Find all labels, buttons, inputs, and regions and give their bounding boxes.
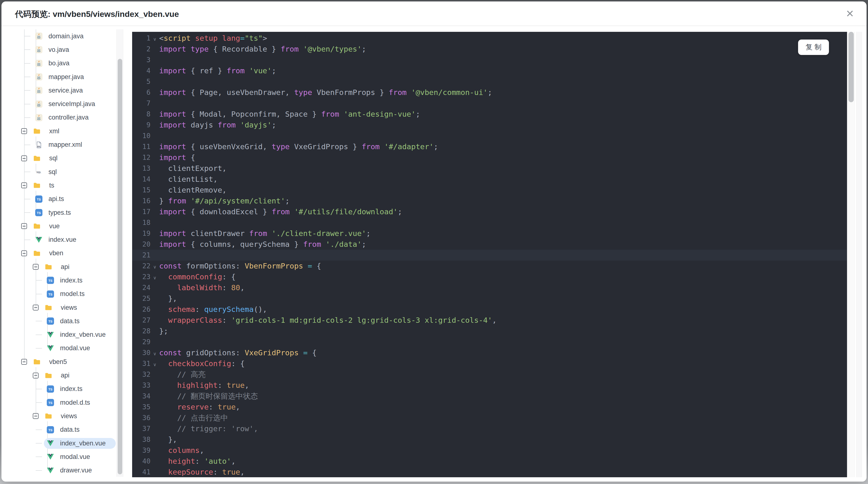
tree-folder-xml[interactable]: xml: [1, 124, 129, 138]
tree-item[interactable]: modal.vue: [44, 451, 100, 462]
tree-file-model-d-ts[interactable]: TSmodel.d.ts: [1, 396, 129, 409]
collapse-expander-icon[interactable]: [33, 413, 38, 419]
tree-folder-api[interactable]: api: [1, 260, 129, 273]
tree-folder-vben5[interactable]: vben5: [1, 355, 129, 368]
code-line-10: 10: [132, 130, 847, 141]
collapse-expander-icon[interactable]: [33, 373, 38, 379]
tree-file-service-java[interactable]: service.java: [1, 84, 129, 97]
tree-item[interactable]: index.vue: [32, 234, 87, 245]
code-line-26: 26 schema: querySchema(),: [132, 304, 847, 315]
tree-item[interactable]: TSapi.ts: [32, 194, 74, 204]
tree-item[interactable]: TStypes.ts: [32, 207, 81, 218]
tree-file-model-ts[interactable]: TSmodel.ts: [1, 287, 129, 301]
fold-chevron-icon[interactable]: ∨: [151, 349, 159, 356]
tree-folder-vue[interactable]: vue: [1, 219, 129, 233]
line-number: 15: [132, 185, 151, 195]
tree-item[interactable]: TSmodel.ts: [44, 289, 95, 299]
tree-connector: [24, 63, 30, 64]
tree-file-modal-vue[interactable]: modal.vue: [1, 450, 129, 463]
tree-item[interactable]: domain.java: [32, 31, 94, 42]
typescript-file-icon: TS: [47, 277, 54, 284]
collapse-expander-icon[interactable]: [21, 251, 27, 256]
tree-item[interactable]: TSindex.ts: [44, 275, 93, 286]
tree-file-data-ts[interactable]: TSdata.ts: [1, 423, 129, 437]
tree-file-api-ts[interactable]: TSapi.ts: [1, 192, 129, 206]
line-number: 34: [132, 391, 151, 401]
tree-item[interactable]: bo.java: [32, 58, 80, 69]
tree-file-index-vue[interactable]: index.vue: [1, 233, 129, 246]
copy-button[interactable]: 复 制: [798, 39, 829, 55]
collapse-expander-icon[interactable]: [21, 223, 27, 229]
tree-item[interactable]: TSdata.ts: [44, 316, 90, 327]
fold-chevron-icon[interactable]: ∨: [151, 273, 159, 281]
line-number: 27: [132, 315, 151, 326]
tree-scrollbar-thumb[interactable]: [118, 59, 122, 474]
tree-file-index-ts[interactable]: TSindex.ts: [1, 273, 129, 287]
fold-spacer: [151, 124, 159, 126]
code-text: import type { Recordable } from '@vben/t…: [159, 44, 366, 55]
tree-file-index-vben-vue[interactable]: index_vben.vue: [1, 437, 129, 450]
fold-spacer: [151, 233, 159, 234]
tree-item[interactable]: TSmodel.d.ts: [44, 397, 100, 408]
tree-item[interactable]: mapper.java: [32, 72, 94, 83]
tree-folder-ts[interactable]: ts: [1, 179, 129, 192]
code-text: // trigger: 'row',: [159, 423, 258, 434]
tree-item[interactable]: SQLsql: [32, 167, 67, 178]
fold-spacer: [151, 113, 159, 115]
vue-file-icon: [47, 467, 54, 474]
tree-file-index-vben-vue[interactable]: index_vben.vue: [1, 328, 129, 342]
collapse-expander-icon[interactable]: [21, 183, 27, 188]
tree-file-serviceimpl-java[interactable]: serviceImpl.java: [1, 97, 129, 110]
tree-file-mapper-xml[interactable]: XMLmapper.xml: [1, 138, 129, 151]
tree-folder-views[interactable]: views: [1, 409, 129, 423]
tree-item[interactable]: modal.vue: [44, 343, 100, 354]
tree-item[interactable]: controller.java: [32, 112, 99, 123]
tree-item[interactable]: drawer.vue: [44, 465, 102, 476]
outer-scrollbar-track[interactable]: [856, 32, 862, 477]
tree-file-drawer-vue[interactable]: drawer.vue: [1, 464, 129, 477]
fold-chevron-icon[interactable]: ∨: [151, 262, 159, 270]
code-line-24: 24 labelWidth: 80,: [132, 282, 847, 293]
tree-folder-sql[interactable]: sql: [1, 152, 129, 165]
tree-folder-vben[interactable]: vben: [1, 247, 129, 260]
tree-file-sql[interactable]: SQLsql: [1, 165, 129, 179]
code-text: height: 'auto',: [159, 456, 236, 466]
close-icon[interactable]: ×: [841, 5, 858, 22]
tree-item[interactable]: vo.java: [32, 44, 79, 55]
code-line-29: 29: [132, 336, 847, 347]
tree-item[interactable]: service.java: [32, 85, 93, 96]
collapse-expander-icon[interactable]: [33, 305, 38, 311]
svg-text:TS: TS: [49, 401, 53, 405]
tree-connector: [24, 239, 30, 240]
tree-connector: [36, 456, 42, 457]
tree-item[interactable]: XMLmapper.xml: [32, 139, 92, 150]
tree-file-vo-java[interactable]: vo.java: [1, 43, 129, 56]
typescript-file-icon: TS: [47, 385, 54, 393]
code-scrollbar-track[interactable]: [847, 32, 855, 477]
tree-folder-views[interactable]: views: [1, 301, 129, 314]
tree-scrollbar-track[interactable]: [117, 29, 123, 477]
tree-file-data-ts[interactable]: TSdata.ts: [1, 314, 129, 328]
collapse-expander-icon[interactable]: [21, 128, 27, 134]
code-scrollbar-thumb[interactable]: [848, 32, 854, 102]
tree-item[interactable]: index_vben.vue: [44, 329, 116, 340]
tree-item-label: modal.vue: [60, 453, 90, 461]
tree-file-mapper-java[interactable]: mapper.java: [1, 70, 129, 84]
tree-file-modal-vue[interactable]: modal.vue: [1, 342, 129, 355]
tree-file-controller-java[interactable]: controller.java: [1, 111, 129, 124]
tree-file-domain-java[interactable]: domain.java: [1, 29, 129, 43]
collapse-expander-icon[interactable]: [21, 359, 27, 365]
tree-item[interactable]: TSindex.ts: [44, 384, 93, 394]
tree-file-types-ts[interactable]: TStypes.ts: [1, 206, 129, 219]
fold-chevron-icon[interactable]: ∨: [151, 360, 159, 367]
tree-file-index-ts[interactable]: TSindex.ts: [1, 382, 129, 396]
tree-item[interactable]: serviceImpl.java: [32, 99, 105, 109]
collapse-expander-icon[interactable]: [33, 264, 38, 270]
tree-item[interactable]: TSdata.ts: [44, 424, 90, 435]
tree-selected-item[interactable]: index_vben.vue: [44, 438, 116, 449]
tree-file-bo-java[interactable]: bo.java: [1, 57, 129, 70]
collapse-expander-icon[interactable]: [21, 156, 27, 161]
tree-folder-api[interactable]: api: [1, 368, 129, 382]
tree-connector: [24, 144, 30, 145]
fold-chevron-icon[interactable]: ∨: [151, 34, 159, 42]
